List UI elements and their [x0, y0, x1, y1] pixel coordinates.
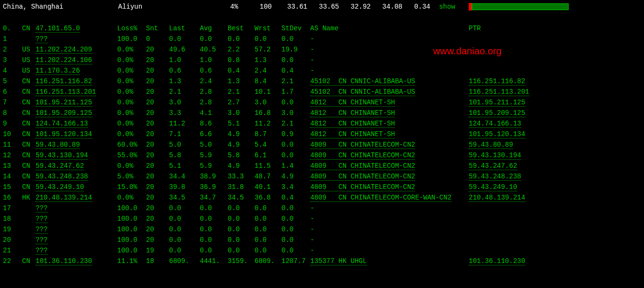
cell-asn[interactable]: 4809 CN CHINATELECOM-CN2 — [310, 151, 469, 159]
table-row: 7CN101.95.211.1250.0%203.02.82.73.00.048… — [3, 97, 641, 108]
cell-asn[interactable]: 135377 HK UHGL — [310, 257, 469, 265]
cell-snt: 20 — [146, 120, 169, 127]
cell-asn[interactable]: 45102 CN CNNIC-ALIBABA-US — [310, 77, 469, 85]
cell-wrst: 0.0 — [255, 225, 281, 233]
cell-asn[interactable]: 4812 CN CHINANET-SH — [310, 120, 469, 127]
cell-ip[interactable]: 59.43.130.194 — [36, 151, 117, 159]
cell-last: 1.3 — [169, 77, 200, 85]
cell-ip[interactable]: ??? — [36, 247, 117, 254]
cell-wrst: 8.4 — [255, 77, 281, 85]
cell-stdev: 0.0 — [281, 99, 310, 106]
col-snt: Snt — [146, 25, 169, 32]
cell-asn[interactable]: 4812 CN CHINANET-SH — [310, 99, 469, 106]
cell-ip[interactable]: 11.202.224.209 — [36, 46, 117, 53]
cell-hop: 11 — [3, 141, 22, 149]
cell-ptr[interactable]: 124.74.166.13 — [469, 120, 641, 127]
cell-stdev: 0.0 — [281, 56, 310, 64]
cell-asn[interactable]: - — [310, 35, 469, 43]
table-row: 6CN116.251.113.2010.0%202.12.82.110.11.7… — [3, 87, 641, 97]
cell-hop: 12 — [3, 151, 22, 159]
cell-asn[interactable]: 4809 CN CHINATELECOM-CN2 — [310, 173, 469, 180]
cell-loss: 0.0% — [117, 162, 146, 170]
show-link[interactable]: show — [430, 3, 464, 11]
cell-ptr[interactable]: 59.43.80.89 — [469, 141, 641, 149]
cell-avg: 0.6 — [200, 67, 228, 75]
cell-avg: 0.0 — [200, 247, 228, 254]
cell-ptr[interactable]: 101.95.120.134 — [469, 130, 641, 138]
table-row: 2US11.202.224.2090.0%2049.640.52.257.219… — [3, 44, 641, 55]
cell-ip[interactable]: ??? — [36, 204, 117, 212]
cell-ip[interactable]: 59.43.248.238 — [36, 173, 117, 180]
cell-ip[interactable]: 101.95.211.125 — [36, 99, 117, 106]
cell-ip[interactable]: 59.43.247.62 — [36, 162, 117, 170]
cell-ip[interactable]: ??? — [36, 236, 117, 244]
cell-asn[interactable]: - — [310, 56, 469, 64]
cell-last: 0.0 — [169, 225, 200, 233]
cell-snt: 20 — [146, 109, 169, 117]
cell-ip[interactable]: ??? — [36, 35, 117, 43]
cell-asn[interactable]: - — [310, 204, 469, 212]
cell-ptr[interactable]: 59.43.249.10 — [469, 183, 641, 191]
cell-wrst: 48.7 — [255, 173, 281, 180]
cell-asn[interactable]: - — [310, 225, 469, 233]
cell-loss: 0.0% — [117, 194, 146, 201]
cell-wrst: 0.0 — [255, 204, 281, 212]
cell-asn[interactable]: 4812 CN CHINANET-SH — [310, 130, 469, 138]
cell-ptr[interactable]: 116.251.116.82 — [469, 77, 641, 85]
cell-best: 0.0 — [228, 236, 255, 244]
cell-ip[interactable]: ??? — [36, 215, 117, 223]
cell-asn[interactable]: 4809 CN CHINATELECOM-CN2 — [310, 162, 469, 170]
cell-stdev: 0.4 — [281, 67, 310, 75]
cell-hop: 4 — [3, 67, 22, 75]
cell-avg: 2.4 — [200, 77, 228, 85]
cell-ip[interactable]: 101.95.209.125 — [36, 109, 117, 117]
cell-asn[interactable]: - — [310, 67, 469, 75]
cell-best: 5.8 — [228, 151, 255, 159]
cell-ip[interactable]: 116.251.113.201 — [36, 88, 117, 96]
cell-ip[interactable]: 124.74.166.13 — [36, 120, 117, 127]
cell-ip[interactable]: 59.43.249.10 — [36, 183, 117, 191]
cell-asn[interactable]: 45102 CN CNNIC-ALIBABA-US — [310, 88, 469, 96]
header-v2: 33.61 — [272, 3, 307, 11]
cell-wrst: 11.5 — [255, 162, 281, 170]
cell-hop: 13 — [3, 162, 22, 170]
cell-asn[interactable]: 4809 CN CHINATELECOM-CORE-WAN-CN2 — [310, 194, 469, 201]
cell-ptr[interactable]: 101.36.110.230 — [469, 257, 641, 265]
cell-asn[interactable]: - — [310, 236, 469, 244]
table-row: 15CN59.43.249.1015.0%2039.836.931.840.13… — [3, 182, 641, 192]
cell-last: 1.0 — [169, 56, 200, 64]
cell-ptr[interactable]: 101.95.211.125 — [469, 99, 641, 106]
cell-ip[interactable]: 11.170.3.26 — [36, 67, 117, 75]
cell-asn[interactable]: - — [310, 215, 469, 223]
cell-avg: 2.8 — [200, 99, 228, 106]
cell-asn[interactable]: - — [310, 247, 469, 254]
cell-ptr[interactable]: 59.43.130.194 — [469, 151, 641, 159]
cell-wrst: 2.4 — [255, 67, 281, 75]
cell-hop: 22 — [3, 257, 22, 265]
table-row: 1???100.000.00.00.00.00.0- — [3, 34, 641, 44]
cell-asn[interactable]: 4809 CN CHINATELECOM-CN2 — [310, 183, 469, 191]
cell-asn[interactable]: 4809 CN CHINATELECOM-CN2 — [310, 141, 469, 149]
cell-snt: 20 — [146, 183, 169, 191]
cell-ptr[interactable]: 101.95.209.125 — [469, 109, 641, 117]
col-ip: 47.101.65.0 — [36, 25, 117, 32]
cell-ptr[interactable]: 59.43.247.62 — [469, 162, 641, 170]
cell-ptr[interactable]: 116.251.113.201 — [469, 88, 641, 96]
cell-ip[interactable]: 11.202.224.106 — [36, 56, 117, 64]
cell-cc: CN — [22, 88, 36, 96]
cell-ip[interactable]: 59.43.80.89 — [36, 141, 117, 149]
cell-cc: CN — [22, 257, 36, 265]
cell-ip[interactable]: 116.251.116.82 — [36, 77, 117, 85]
cell-ptr[interactable]: 59.43.248.238 — [469, 173, 641, 180]
cell-ip[interactable]: 101.95.120.134 — [36, 130, 117, 138]
cell-ip[interactable]: 101.36.110.230 — [36, 257, 117, 265]
cell-asn[interactable]: 4812 CN CHINANET-SH — [310, 109, 469, 117]
table-header: 0. CN 47.101.65.0 Loss% Snt Last Avg Bes… — [3, 23, 641, 34]
cell-ip[interactable]: ??? — [36, 225, 117, 233]
cell-snt: 20 — [146, 77, 169, 85]
cell-avg: 5.9 — [200, 151, 228, 159]
cell-best: 1.3 — [228, 77, 255, 85]
cell-ptr[interactable]: 210.48.139.214 — [469, 194, 641, 201]
cell-ip[interactable]: 210.48.139.214 — [36, 194, 117, 201]
cell-stdev: 0.0 — [281, 151, 310, 159]
